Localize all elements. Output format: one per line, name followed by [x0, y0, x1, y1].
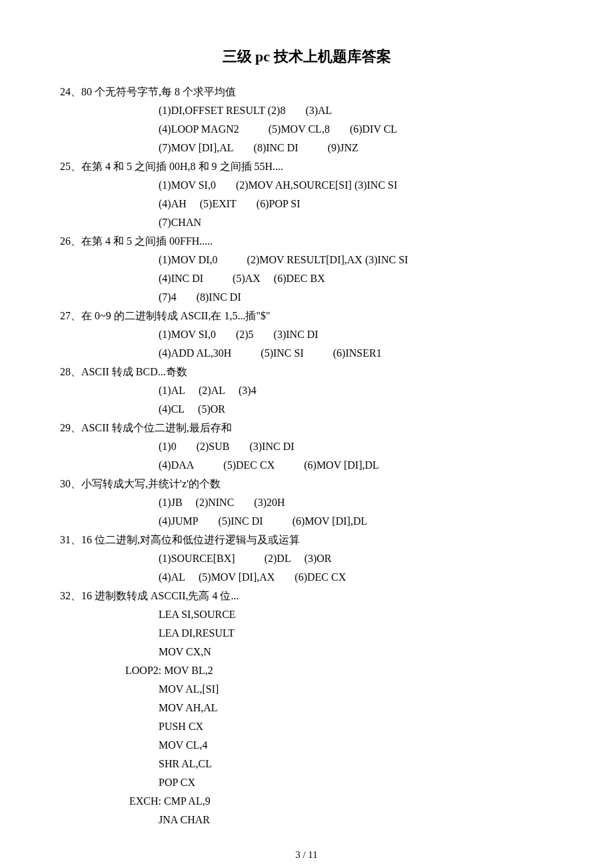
- answer-item: (5)MOV [DI],AX: [199, 571, 275, 583]
- question-header: 28、ASCII 转成 BCD...奇数: [119, 363, 553, 381]
- answer-line: (1)DI,OFFSET RESULT (2)8(3)AL: [159, 101, 553, 120]
- answer-item: (2)5: [236, 329, 254, 340]
- answer-line: (1)MOV DI,0(2)MOV RESULT[DI],AX (3)INC S…: [159, 251, 553, 269]
- answer-line: (4)LOOP MAGN2(5)MOV CL,8(6)DIV CL: [159, 120, 553, 139]
- answer-line: (1)MOV SI,0(2)5(3)INC DI: [159, 325, 553, 344]
- answer-item: (2)MOV AH,SOURCE[SI]: [236, 179, 352, 191]
- question-header: 25、在第 4 和 5 之间插 00H,8 和 9 之间插 55H....: [119, 157, 553, 176]
- answer-line: (7)MOV [DI],AL(8)INC DI(9)JNZ: [159, 139, 553, 157]
- answer-line: (1)AL(2)AL(3)4: [159, 381, 553, 400]
- answer-item: (4)JUMP: [159, 515, 199, 527]
- answer-item: (8)INC DI: [254, 142, 299, 153]
- code-line: LEA DI,RESULT: [159, 624, 553, 643]
- answer-item: (3)INC DI: [249, 441, 294, 452]
- question-desc: 在 0~9 的二进制转成 ASCII,在 1,5...插"$": [81, 310, 271, 321]
- answer-item: (5)INC SI: [261, 347, 303, 359]
- answer-item: (4)AH: [159, 198, 187, 209]
- answer-item: (3)INC DI: [274, 329, 318, 340]
- answer-item: (5)MOV CL,8: [269, 123, 330, 135]
- answer-item: (2)DL: [265, 553, 291, 564]
- answer-item: (4)ADD AL,30H: [159, 347, 231, 359]
- question-header: 27、在 0~9 的二进制转成 ASCII,在 1,5...插"$": [119, 307, 553, 325]
- answer-line: (4)AH(5)EXIT(6)POP SI: [159, 195, 553, 213]
- question-number: 32、: [60, 590, 81, 601]
- answer-item: (1)DI,OFFSET RESULT: [159, 105, 265, 116]
- question-number: 25、: [60, 161, 81, 172]
- answer-item: (6)DIV CL: [350, 123, 397, 135]
- code-line: POP CX: [159, 773, 553, 792]
- answer-item: (2)SUB: [197, 441, 230, 452]
- answer-item: (3)AL: [305, 105, 332, 116]
- answer-line: (1)SOURCE[BX](2)DL(3)OR: [159, 549, 553, 568]
- question-desc: 小写转成大写,并统计'z'的个数: [81, 478, 221, 489]
- answer-item: (3)20H: [254, 497, 285, 508]
- answer-item: (9)JNZ: [328, 142, 358, 153]
- question-desc: 80 个无符号字节,每 8 个求平均值: [81, 86, 236, 97]
- code-label: LOOP2:: [125, 665, 161, 676]
- code-label: EXCH:: [129, 795, 161, 807]
- question-header: 26、在第 4 和 5 之间插 00FFH.....: [119, 232, 553, 251]
- answer-item: (5)EXIT: [200, 198, 237, 209]
- answer-item: (4)DAA: [159, 459, 194, 471]
- answer-item: (2)AL: [199, 385, 225, 396]
- answer-item: (7)MOV [DI],AL: [159, 142, 234, 153]
- answer-item: (6)DEC CX: [295, 571, 346, 583]
- answer-item: (1)MOV SI,0: [159, 179, 216, 191]
- answer-line: (7)CHAN: [159, 213, 553, 232]
- answer-item: (4)CL: [159, 403, 185, 415]
- code-line-label: EXCH: CMP AL,9: [129, 792, 553, 811]
- answer-item: (6)INSER1: [333, 347, 382, 359]
- answer-item: (6)MOV [DI],DL: [304, 459, 379, 471]
- code-line: MOV CL,4: [159, 736, 553, 755]
- answer-item: (5)AX: [233, 273, 261, 284]
- answer-item: (2)8: [268, 105, 286, 116]
- answer-item: (1)JB: [159, 497, 183, 508]
- answer-item: (2)NINC: [196, 497, 235, 508]
- question-number: 30、: [60, 478, 81, 489]
- answer-item: (5)INC DI: [219, 515, 263, 527]
- code-text: MOV BL,2: [164, 665, 213, 676]
- code-line: MOV AH,AL: [159, 699, 553, 717]
- answer-line: (4)DAA(5)DEC CX(6)MOV [DI],DL: [159, 456, 553, 475]
- answer-item: (3)OR: [305, 553, 332, 564]
- answer-item: (6)MOV [DI],DL: [293, 515, 368, 527]
- question-header: 31、16 位二进制,对高位和低位进行逻辑与及或运算: [119, 531, 553, 549]
- answer-item: (3)INC SI: [365, 254, 408, 265]
- document-body: 24、80 个无符号字节,每 8 个求平均值 (1)DI,OFFSET RESU…: [60, 83, 553, 829]
- answer-item: (1)AL: [159, 385, 185, 396]
- question-header: 32、16 进制数转成 ASCCII,先高 4 位...: [119, 587, 553, 605]
- answer-item: (1)MOV SI,0: [159, 329, 216, 340]
- question-header: 29、ASCII 转成个位二进制,最后存和: [119, 419, 553, 437]
- answer-item: (7)CHAN: [159, 217, 201, 228]
- question-desc: ASCII 转成 BCD...奇数: [81, 366, 187, 377]
- question-header: 24、80 个无符号字节,每 8 个求平均值: [119, 83, 553, 101]
- answer-item: (4)LOOP MAGN2: [159, 123, 239, 135]
- code-text: CMP AL,9: [164, 795, 211, 807]
- answer-item: (6)DEC BX: [274, 273, 325, 284]
- answer-line: (1)0(2)SUB(3)INC DI: [159, 437, 553, 456]
- answer-item: (4)INC DI: [159, 273, 203, 284]
- page-title: 三级 pc 技术上机题库答案: [60, 47, 553, 67]
- question-desc: 在第 4 和 5 之间插 00H,8 和 9 之间插 55H....: [81, 161, 283, 172]
- answer-item: (8)INC DI: [197, 291, 241, 303]
- code-line: JNA CHAR: [159, 811, 553, 829]
- answer-item: (3)4: [239, 385, 257, 396]
- code-line: PUSH CX: [159, 717, 553, 736]
- answer-line: (4)ADD AL,30H(5)INC SI(6)INSER1: [159, 344, 553, 363]
- answer-item: (1)0: [159, 441, 177, 452]
- code-line: MOV CX,N: [159, 643, 553, 661]
- answer-item: (7)4: [159, 291, 177, 303]
- answer-item: (4)AL: [159, 571, 185, 583]
- question-desc: 在第 4 和 5 之间插 00FFH.....: [81, 235, 213, 247]
- answer-line: (7)4(8)INC DI: [159, 288, 553, 307]
- question-number: 27、: [60, 310, 81, 321]
- question-desc: ASCII 转成个位二进制,最后存和: [81, 422, 232, 433]
- answer-item: (5)DEC CX: [223, 459, 275, 471]
- question-number: 29、: [60, 422, 81, 433]
- answer-line: (4)INC DI(5)AX(6)DEC BX: [159, 269, 553, 288]
- question-number: 28、: [60, 366, 81, 377]
- answer-line: (4)AL(5)MOV [DI],AX(6)DEC CX: [159, 568, 553, 587]
- question-header: 30、小写转成大写,并统计'z'的个数: [119, 475, 553, 493]
- question-number: 26、: [60, 235, 81, 247]
- answer-item: (1)MOV DI,0: [159, 254, 218, 265]
